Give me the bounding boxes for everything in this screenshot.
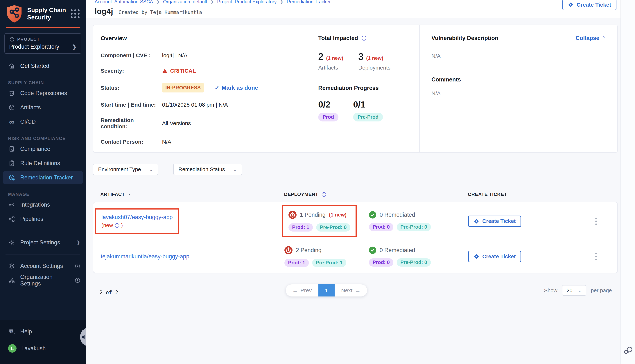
sidebar-item-integrations[interactable]: Integrations (3, 198, 83, 211)
cube-icon (9, 36, 15, 42)
preprod-progress-value: 0/1 (353, 100, 388, 110)
page-header: Account: Automation-SSCA ❯ Organization:… (86, 0, 620, 18)
breadcrumb-project[interactable]: Project: Product Exploratory (217, 0, 277, 4)
created-by-label: Created by Teja Kummarikuntla (118, 10, 202, 15)
create-ticket-cell: Create Ticket (468, 216, 525, 227)
sidebar-item-rule-definitions[interactable]: Rule Definitions (3, 157, 83, 170)
chevron-down-icon: ⌄ (233, 166, 237, 172)
remediated-cell: 0 Remediated Prod: 0 Pre-Prod: 0 (369, 246, 468, 266)
brand-name: Supply Chain Security (27, 6, 66, 21)
breadcrumb-separator-icon: ❯ (156, 0, 160, 4)
sidebar-item-account-settings[interactable]: Account Settings (3, 260, 83, 272)
pagination-count: 2 of 2 (100, 290, 118, 296)
sidebar-item-help[interactable]: ? Help (3, 325, 83, 338)
overview-card: Overview Component | CVE : log4j | N/A S… (93, 24, 618, 153)
remediation-status-filter[interactable]: Remediation Status ⌄ (173, 164, 242, 175)
ticket-diamond-icon (474, 218, 479, 224)
severity-label: Severity: (101, 68, 162, 74)
page-number-button[interactable]: 1 (318, 284, 335, 296)
sidebar-divider (6, 254, 80, 254)
pending-count: 2 Pending (296, 247, 322, 254)
breadcrumb-account[interactable]: Account: Automation-SSCA (95, 0, 153, 4)
column-artifact[interactable]: ARTIFACT ▲ (93, 192, 284, 197)
pending-status-icon (284, 246, 293, 254)
sidebar-item-get-started[interactable]: Get Started (3, 60, 83, 72)
create-ticket-button[interactable]: Create Ticket (468, 216, 521, 227)
info-icon[interactable] (114, 223, 120, 228)
prod-badge: Prod (318, 113, 338, 122)
total-impacted-heading: Total Impacted (318, 35, 358, 42)
remediation-table: lavakush07/easy-buggy-app (new ) (93, 202, 618, 273)
mark-as-done-button[interactable]: ✓ Mark as done (215, 84, 258, 91)
app-grid-icon[interactable] (70, 8, 80, 19)
avatar: L (8, 344, 17, 352)
artifacts-label: Artifacts (318, 64, 358, 71)
condition-value: All Versions (162, 120, 284, 126)
total-impacted-section: Total Impacted 2 (1 new) Artifacts (292, 25, 419, 152)
chevron-right-icon: ❯ (72, 44, 77, 50)
chevron-down-icon: ⌄ (578, 288, 582, 293)
artifact-link[interactable]: tejakummarikuntla/easy-buggy-app (101, 253, 189, 260)
prod-badge: Prod: 0 (369, 223, 393, 231)
sidebar-nav: Get Started SUPPLY CHAIN Code Repositori… (0, 58, 86, 288)
time-label: Start time | End time: (101, 102, 162, 108)
chevron-right-icon: ❯ (76, 240, 80, 246)
chevron-up-icon: ⌃ (602, 36, 606, 41)
overview-section: Overview Component | CVE : log4j | N/A S… (93, 25, 292, 152)
breadcrumb-remediation-tracker[interactable]: Remediation Tracker (287, 0, 331, 4)
preprod-badge: Pre-Prod: 0 (316, 223, 350, 232)
remediated-count: 0 Remediated (380, 247, 415, 254)
row-menu-cell (525, 216, 617, 226)
project-kind-label: PROJECT (17, 37, 40, 42)
preprod-badge: Pre-Prod (353, 113, 383, 122)
preprod-badge: Pre-Prod: 1 (312, 259, 346, 267)
create-ticket-button[interactable]: Create Ticket (468, 251, 521, 262)
chat-bubbles-icon[interactable] (623, 345, 633, 356)
environment-type-filter[interactable]: Environment Type ⌄ (93, 164, 158, 175)
sidebar-section-manage: MANAGE (8, 192, 86, 197)
prod-progress: 0/2 Prod (318, 100, 353, 122)
remediated-cell: 0 Remediated Prod: 0 Pre-Prod: 0 (369, 211, 468, 231)
create-ticket-button-header[interactable]: Create Ticket (562, 0, 616, 10)
component-cve-label: Component | CVE : (101, 52, 162, 58)
column-create-ticket: CREATE TICKET (468, 192, 525, 197)
artifact-new-indicator: (new ) (101, 222, 173, 228)
sidebar-section-risk-compliance: RISK AND COMPLIANCE (8, 136, 86, 141)
sidebar-item-compliance[interactable]: Compliance (3, 142, 83, 156)
prod-progress-value: 0/2 (318, 100, 353, 110)
sidebar-item-project-settings[interactable]: Project Settings ❯ (3, 236, 83, 249)
layers-gear-icon (8, 262, 16, 270)
table-row: lavakush07/easy-buggy-app (new ) (93, 202, 617, 240)
kebab-menu-icon[interactable] (594, 252, 598, 261)
show-label: Show (544, 288, 557, 294)
clipboard-check-icon (8, 160, 16, 167)
sort-ascending-icon: ▲ (128, 193, 131, 196)
breadcrumb-organization[interactable]: Organization: default (163, 0, 207, 4)
sidebar-item-artifacts[interactable]: Artifacts (3, 101, 83, 114)
info-icon (75, 278, 80, 283)
breadcrumb-separator-icon: ❯ (280, 0, 283, 4)
page-size-select[interactable]: 20 ⌄ (562, 285, 586, 296)
project-switcher[interactable]: PROJECT Product Exploratory ❯ (5, 33, 81, 54)
sidebar-item-user[interactable]: L Lavakush (3, 342, 83, 355)
kebab-menu-icon[interactable] (594, 216, 598, 226)
artifact-link[interactable]: lavakush07/easy-buggy-app (101, 214, 173, 220)
sidebar-item-pipelines[interactable]: Pipelines (3, 213, 83, 226)
info-icon[interactable] (321, 192, 326, 197)
preprod-badge: Pre-Prod: 0 (397, 258, 431, 266)
sidebar-item-cicd[interactable]: ∞ CI/CD (3, 116, 83, 128)
row-menu-cell (525, 252, 617, 261)
filters-row: Environment Type ⌄ Remediation Status ⌄ (93, 164, 618, 175)
collapse-button[interactable]: Collapse ⌃ (576, 35, 606, 42)
comments-value: N/A (432, 90, 606, 96)
code-repo-icon (8, 90, 16, 97)
sidebar-item-code-repositories[interactable]: Code Repositories (3, 87, 83, 100)
prev-page-button[interactable]: ← Prev (286, 284, 318, 296)
next-page-button[interactable]: Next → (335, 284, 367, 296)
sidebar-item-organization-settings[interactable]: Organization Settings (3, 274, 83, 287)
remediated-status-icon (369, 211, 376, 218)
status-badge: IN-PROGRESS (162, 83, 204, 92)
sidebar-item-remediation-tracker[interactable]: Remediation Tracker (3, 171, 83, 184)
info-icon[interactable] (361, 36, 367, 41)
column-deployment: DEPLOYMENT (284, 192, 369, 197)
